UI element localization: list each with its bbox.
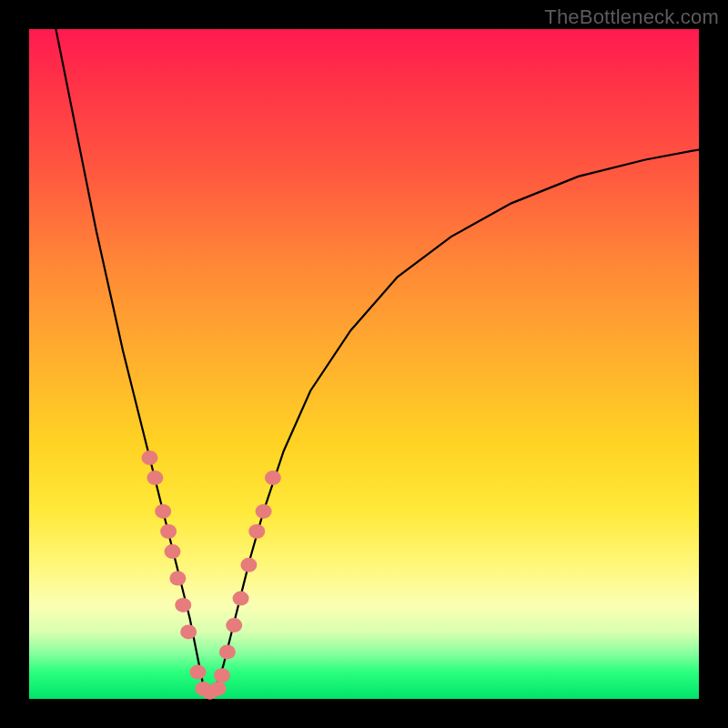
data-dot-left — [189, 665, 206, 680]
data-dot-right — [248, 524, 265, 539]
data-dot-right — [240, 558, 257, 572]
data-dot-floor — [210, 682, 227, 696]
chart-frame: TheBottleneck.com — [0, 0, 728, 728]
data-dot-left — [180, 624, 197, 639]
watermark-text: TheBottleneck.com — [544, 5, 719, 29]
data-dot-right — [219, 644, 236, 659]
data-dot-right — [256, 504, 272, 519]
data-dot-left — [165, 544, 181, 559]
curve-right-branch — [217, 149, 699, 685]
data-dot-floor — [214, 668, 230, 682]
curve-left-branch — [56, 29, 203, 685]
data-dot-left — [160, 524, 177, 539]
data-dot-right — [265, 470, 281, 485]
curve-svg — [29, 29, 699, 699]
data-dot-left — [141, 450, 157, 465]
data-dot-left — [175, 598, 191, 612]
data-dot-right — [226, 618, 242, 632]
data-dot-right — [233, 592, 249, 606]
plot-area — [29, 29, 699, 699]
data-dot-left — [169, 571, 186, 586]
data-dot-left — [155, 504, 171, 519]
data-dot-left — [147, 470, 163, 485]
